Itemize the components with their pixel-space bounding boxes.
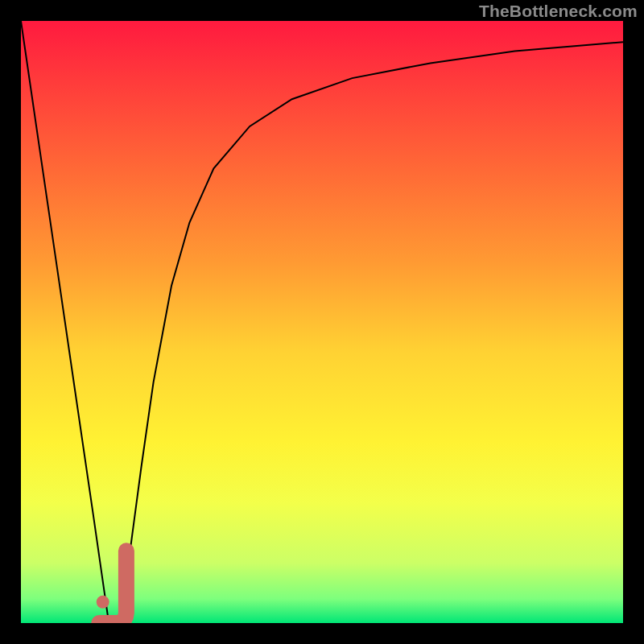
svg-point-0 (97, 596, 109, 609)
plot-area (21, 21, 623, 623)
watermark-text: TheBottleneck.com (479, 2, 638, 21)
chart-frame: TheBottleneck.com (0, 0, 644, 644)
gradient-background (21, 21, 623, 623)
chart-svg (21, 21, 623, 623)
